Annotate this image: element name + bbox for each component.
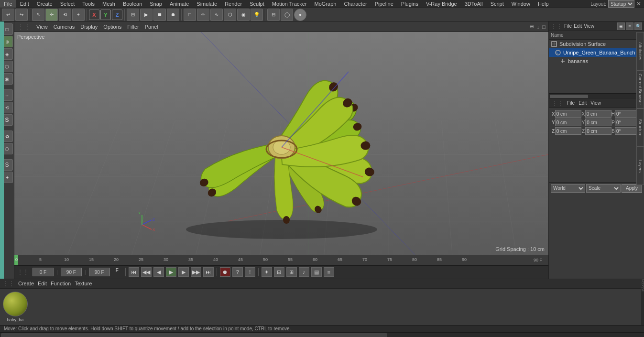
obj-search-btn[interactable]: 🔍 xyxy=(634,22,642,30)
camera-button[interactable]: ◉ xyxy=(237,9,250,21)
vp-icon-move[interactable]: ⊕ xyxy=(530,23,534,30)
fps-input[interactable] xyxy=(61,268,82,276)
current-browser-tab[interactable]: Current Browser xyxy=(636,70,644,109)
light-button[interactable]: 💡 xyxy=(251,9,263,21)
menu-render[interactable]: Render xyxy=(221,0,246,8)
obj-view-menu[interactable]: View xyxy=(584,23,594,29)
world-select[interactable]: World xyxy=(551,184,585,193)
menu-character[interactable]: Character xyxy=(340,0,371,8)
y-axis-button[interactable]: Y xyxy=(100,10,111,20)
preview-button[interactable]: ▤ xyxy=(311,267,322,277)
menu-3dtoall[interactable]: 3DToAll xyxy=(461,0,487,8)
menu-create[interactable]: Create xyxy=(33,0,56,8)
vp-panel-menu[interactable]: Panel xyxy=(145,24,158,30)
vp-cameras-menu[interactable]: Cameras xyxy=(54,24,75,30)
auto-key-button[interactable]: ? xyxy=(232,267,243,277)
go-to-end-button[interactable]: ⏭ xyxy=(203,267,214,277)
obj-item-subdivision[interactable]: Subdivision Surface xyxy=(549,40,644,48)
menu-boolean[interactable]: Boolean xyxy=(119,0,146,8)
go-back-button[interactable]: ◀◀ xyxy=(141,267,152,277)
structure-tab[interactable]: Structure xyxy=(636,109,644,147)
layout-select[interactable]: Startup xyxy=(608,0,634,8)
sky-button[interactable]: ◯ xyxy=(281,9,293,21)
layer-button[interactable]: ⊟ xyxy=(274,267,284,277)
scale-button[interactable]: + xyxy=(72,9,85,21)
deformer-button[interactable]: ⬡ xyxy=(224,9,236,21)
sound-button[interactable]: ♪ xyxy=(299,267,309,277)
coord-z-size[interactable] xyxy=(585,127,611,135)
undo-button[interactable]: ↩ xyxy=(2,9,14,21)
vp-options-menu[interactable]: Options xyxy=(103,24,121,30)
vp-icon-scale[interactable]: □ xyxy=(542,24,546,30)
mat-function-menu[interactable]: Function xyxy=(51,281,71,286)
layers-tab[interactable]: Layers xyxy=(636,147,644,185)
vp-view-menu[interactable]: View xyxy=(36,24,48,30)
step-forward-button[interactable]: ▶ xyxy=(178,267,189,277)
attr-view-menu[interactable]: View xyxy=(590,100,601,106)
pen-button[interactable]: ✏ xyxy=(197,9,209,21)
h-scrollbar[interactable] xyxy=(0,332,644,337)
z-axis-button[interactable]: Z xyxy=(112,10,122,20)
obj-icon-btn[interactable]: ◉ xyxy=(617,22,625,30)
obj-file-menu[interactable]: File xyxy=(564,23,572,29)
attr-edit-menu[interactable]: Edit xyxy=(579,100,587,106)
play-button[interactable]: ▶ xyxy=(166,267,176,277)
mat-texture-menu[interactable]: Texture xyxy=(75,281,92,286)
coord-z-pos[interactable] xyxy=(555,127,581,135)
obj-list-btn[interactable]: ≡ xyxy=(626,22,633,30)
select-button[interactable]: ↖ xyxy=(32,9,44,21)
attributes-tab[interactable]: Attributes xyxy=(636,32,644,70)
timeline-btn[interactable]: ⊞ xyxy=(286,267,297,277)
motion-clip-button[interactable]: ✦ xyxy=(262,267,272,277)
mat-edit-menu[interactable]: Edit xyxy=(38,281,47,286)
apply-button[interactable]: Apply xyxy=(622,184,642,193)
menu-simulate[interactable]: Simulate xyxy=(193,0,221,8)
vp-filter-menu[interactable]: Filter xyxy=(127,24,139,30)
render-anim-button[interactable]: ⏺ xyxy=(167,9,179,21)
material-button[interactable]: ● xyxy=(294,9,306,21)
menu-pipeline[interactable]: Pipeline xyxy=(371,0,397,8)
floor-button[interactable]: ⊟ xyxy=(267,9,280,21)
menu-window[interactable]: Window xyxy=(508,0,534,8)
obj-scrollbar[interactable] xyxy=(549,93,644,98)
viewport[interactable]: Perspective xyxy=(14,32,548,255)
close-icon[interactable]: ✕ xyxy=(636,0,641,7)
menu-script[interactable]: Script xyxy=(487,0,508,8)
cube-button[interactable]: □ xyxy=(184,9,196,21)
menu-edit[interactable]: Edit xyxy=(16,0,33,8)
vp-icon-rotate[interactable]: ↓ xyxy=(537,24,540,30)
rotate-button[interactable]: ⟲ xyxy=(59,9,71,21)
current-frame-input[interactable] xyxy=(33,268,54,276)
scale-select[interactable]: Scale xyxy=(586,184,621,193)
coord-y-pos[interactable] xyxy=(555,119,581,126)
end-frame-input[interactable] xyxy=(89,268,110,276)
menu-vray-bridge[interactable]: V-Ray Bridge xyxy=(422,0,461,8)
key-all-button[interactable]: ! xyxy=(245,267,255,277)
menu-animate[interactable]: Animate xyxy=(166,0,193,8)
render-to-po-button[interactable]: ⏹ xyxy=(153,9,166,21)
step-back-button[interactable]: ◀ xyxy=(153,267,164,277)
menu-mograph[interactable]: MoGraph xyxy=(311,0,340,8)
menu-plugins[interactable]: Plugins xyxy=(397,0,422,8)
menu-snap[interactable]: Snap xyxy=(146,0,166,8)
coord-x-pos[interactable] xyxy=(555,110,581,118)
menu-help[interactable]: Help xyxy=(534,0,553,8)
menu-sculpt[interactable]: Sculpt xyxy=(246,0,268,8)
mat-create-menu[interactable]: Create xyxy=(18,281,34,286)
render-view-button[interactable]: ▶ xyxy=(140,9,153,21)
render-region-button[interactable]: ⊟ xyxy=(127,9,139,21)
obj-item-bananas[interactable]: bananas xyxy=(549,57,644,65)
menu-tools[interactable]: Tools xyxy=(78,0,98,8)
spline-button[interactable]: ∿ xyxy=(210,9,223,21)
menu-select[interactable]: Select xyxy=(56,0,79,8)
vp-display-menu[interactable]: Display xyxy=(80,24,98,30)
mat-item-baby[interactable]: baby_ba xyxy=(3,292,28,322)
obj-edit-menu[interactable]: Edit xyxy=(574,23,582,29)
x-axis-button[interactable]: X xyxy=(89,10,99,20)
record-button[interactable]: ⏺ xyxy=(220,267,230,277)
settings-button[interactable]: ≡ xyxy=(324,267,334,277)
go-to-start-button[interactable]: ⏮ xyxy=(129,267,139,277)
timeline-ruler[interactable]: 0 5 10 15 20 25 30 35 40 45 50 55 60 65 … xyxy=(14,255,548,265)
coord-y-size[interactable] xyxy=(585,119,611,126)
fast-forward-button[interactable]: ▶▶ xyxy=(191,267,201,277)
